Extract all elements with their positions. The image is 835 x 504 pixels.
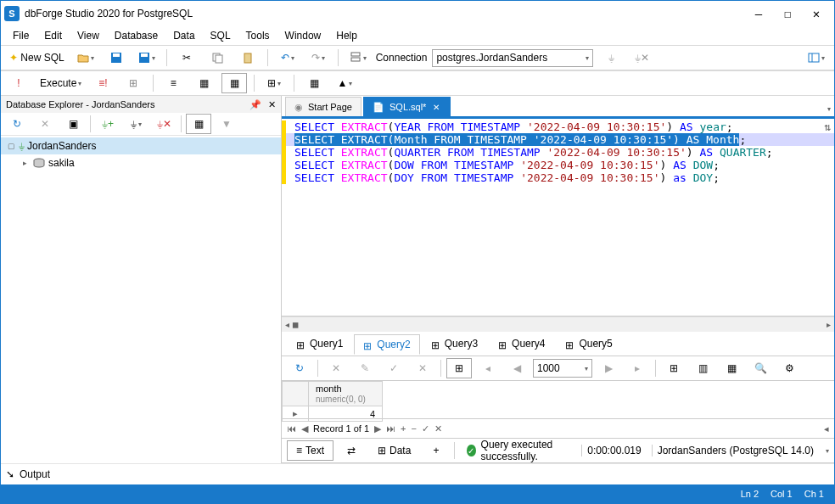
status-menu-icon[interactable]: ▾	[826, 447, 829, 455]
panel-close-icon[interactable]: ✕	[268, 99, 276, 110]
result-tab-query3[interactable]: ⊞Query3	[422, 333, 487, 354]
editor-scrollbar[interactable]: ◂ ◼▸	[282, 316, 834, 332]
menu-help[interactable]: Help	[329, 28, 364, 43]
format-icon[interactable]: ≡	[160, 73, 186, 93]
data-tab[interactable]: ⊞Data	[369, 441, 419, 460]
schema-icon[interactable]: ⊞▾	[261, 73, 287, 93]
output-panel-tab[interactable]: ➘ Output	[1, 463, 834, 484]
new-conn-icon[interactable]: ⏚+	[95, 114, 120, 134]
image-icon[interactable]: ▲▾	[332, 73, 357, 93]
add-tab[interactable]: +	[424, 441, 447, 460]
connection-icon[interactable]: ▾	[345, 48, 371, 68]
text-tab[interactable]: ≡Text	[287, 440, 333, 461]
code-line[interactable]: SELECT EXTRACT(Month FROM TIMESTAMP '202…	[282, 133, 834, 146]
menu-tools[interactable]: Tools	[239, 28, 277, 43]
refresh-grid-icon[interactable]: ↻	[287, 358, 312, 378]
nav-last-icon[interactable]: ⏭	[386, 423, 395, 434]
nav-cancel-icon[interactable]: ✕	[434, 423, 442, 434]
execute-button[interactable]: Execute▾	[36, 73, 85, 93]
first-page-icon[interactable]: ◂	[475, 358, 501, 378]
pin-icon[interactable]: 📌	[249, 99, 261, 110]
delete-icon[interactable]: ✕	[32, 114, 58, 134]
prev-page-icon[interactable]: ◀	[504, 358, 530, 378]
code-line[interactable]: SELECT EXTRACT(QUARTER FROM TIMESTAMP '2…	[282, 146, 834, 159]
nav-del-icon[interactable]: −	[411, 423, 416, 434]
menu-window[interactable]: Window	[278, 28, 328, 43]
commit-icon[interactable]: ✓	[381, 358, 406, 378]
menu-file[interactable]: File	[6, 28, 36, 43]
show-table-icon[interactable]: ▦	[186, 114, 211, 134]
result-tab-query1[interactable]: ⊞Query1	[287, 333, 352, 354]
close-button[interactable]: ✕	[802, 3, 831, 24]
tab-sql-file[interactable]: 📄 SQL.sql* ✕	[363, 97, 451, 116]
copy-button[interactable]	[205, 48, 230, 68]
pivot-icon[interactable]: ▦	[719, 358, 744, 378]
undo-button[interactable]: ↶▾	[275, 48, 300, 68]
rollback-icon[interactable]: ✕	[410, 358, 435, 378]
cut-button[interactable]: ✂	[174, 48, 199, 68]
nav-next-icon[interactable]: ▶	[374, 423, 381, 434]
column-header[interactable]: month	[316, 384, 342, 394]
next-page-icon[interactable]: ▶	[596, 358, 621, 378]
tab-start-page[interactable]: ◉ Start Page	[285, 97, 361, 116]
connection-select[interactable]: postgres.JordanSanders▾	[432, 49, 593, 67]
plug-icon[interactable]: ⏚	[598, 48, 624, 68]
nav-add-icon[interactable]: +	[401, 423, 406, 434]
unplug-icon[interactable]: ⏚✕	[629, 48, 654, 68]
sql-editor[interactable]: ⇅ SELECT EXTRACT(YEAR FROM TIMESTAMP '20…	[282, 119, 834, 316]
find-icon[interactable]: 🔍	[748, 358, 773, 378]
result-tab-query2[interactable]: ⊞Query2	[354, 334, 419, 355]
code-line[interactable]: SELECT EXTRACT(YEAR FROM TIMESTAMP '2022…	[282, 120, 834, 133]
result-tab-query5[interactable]: ⊞Query5	[556, 333, 621, 354]
options-icon[interactable]: ⚙	[776, 358, 802, 378]
split-icon[interactable]: ⇅	[824, 120, 831, 133]
grid-view-icon[interactable]: ⊞	[661, 358, 686, 378]
tree-connection-node[interactable]: ▢ ⏚ JordanSanders	[1, 137, 281, 154]
card-view-icon[interactable]: ▥	[690, 358, 715, 378]
menu-data[interactable]: Data	[166, 28, 201, 43]
menu-database[interactable]: Database	[108, 28, 165, 43]
expand-icon[interactable]: ▸	[20, 159, 30, 167]
menu-view[interactable]: View	[70, 28, 106, 43]
grid-mode-icon[interactable]: ⊞	[446, 358, 472, 378]
menu-sql[interactable]: SQL	[204, 28, 238, 43]
result-tab-query4[interactable]: ⊞Query4	[489, 333, 554, 354]
filter-icon[interactable]: ▼	[214, 114, 239, 134]
save-button[interactable]	[104, 48, 129, 68]
cancel-grid-icon[interactable]: ✕	[323, 358, 349, 378]
execute-script-icon[interactable]: ≡!	[90, 73, 115, 93]
edit-grid-icon[interactable]: ✎	[352, 358, 378, 378]
maximize-button[interactable]: ☐	[773, 3, 802, 24]
swap-tab[interactable]: ⇄	[339, 441, 364, 460]
last-page-icon[interactable]: ▸	[625, 358, 650, 378]
page-size-input[interactable]: 1000▾	[533, 359, 592, 378]
disconnect-icon[interactable]: ⏚✕	[151, 114, 177, 134]
toggle-icon[interactable]: ▦	[221, 73, 247, 93]
code-line[interactable]: SELECT EXTRACT(DOY FROM TIMESTAMP '2022-…	[282, 171, 834, 184]
nav-commit-icon[interactable]: ✓	[422, 423, 429, 434]
code-line[interactable]: SELECT EXTRACT(DOW FROM TIMESTAMP '2022-…	[282, 159, 834, 171]
layout-button[interactable]: ▾	[804, 48, 829, 68]
redo-button[interactable]: ↷▾	[305, 48, 331, 68]
export-icon[interactable]: ▦	[301, 73, 327, 93]
paste-button[interactable]	[235, 48, 261, 68]
collapse-icon[interactable]: ▣	[60, 114, 86, 134]
tree-db-node[interactable]: ▸ sakila	[1, 154, 281, 171]
snippet-icon[interactable]: ▦	[191, 73, 216, 93]
refresh-icon[interactable]: ↻	[4, 114, 30, 134]
save-all-button[interactable]: ▾	[134, 48, 160, 68]
result-grid[interactable]: monthnumeric(0, 0) ▸4	[282, 381, 834, 419]
nav-prev-icon[interactable]: ◀	[301, 423, 308, 434]
expand-icon[interactable]: ▢	[6, 142, 16, 150]
nav-first-icon[interactable]: ⏮	[287, 423, 296, 434]
debug-icon[interactable]: ⊞	[120, 73, 146, 93]
minimize-button[interactable]: —	[744, 3, 773, 24]
tab-menu-icon[interactable]: ▾	[824, 102, 834, 116]
new-sql-button[interactable]: ✦ New SQL	[6, 48, 68, 68]
menu-edit[interactable]: Edit	[37, 28, 69, 43]
open-button[interactable]: ▾	[73, 48, 98, 68]
conn-props-icon[interactable]: ⏚▾	[123, 114, 149, 134]
tab-close-icon[interactable]: ✕	[431, 102, 441, 112]
db-tree[interactable]: ▢ ⏚ JordanSanders ▸ sakila	[1, 136, 281, 463]
stop-button[interactable]: !	[6, 73, 31, 93]
